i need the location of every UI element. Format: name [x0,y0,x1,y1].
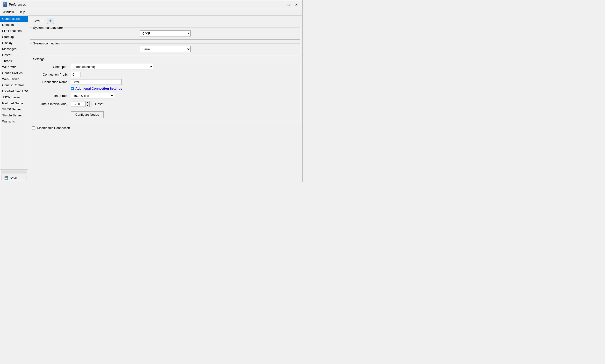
sidebar-item-config-profiles[interactable]: Config Profiles [0,70,28,76]
settings-fieldset: Settings Serial port: (none selected) CO… [30,57,300,122]
spinner-up-button[interactable]: ▲ [85,101,90,104]
system-connection-row: Serial USB Network Simulator [32,46,298,52]
content-area: Connections Defaults File Locations Star… [0,16,302,182]
sidebar-item-json-server[interactable]: JSON Server [0,94,28,100]
sidebar-item-railroad-name[interactable]: Railroad Name [0,100,28,106]
output-interval-label: Output Interval (ms): [32,102,71,106]
connection-prefix-label: Connection Prefix: [32,73,71,76]
configure-nodes-button[interactable]: Configure Nodes [71,111,104,118]
system-connection-select[interactable]: Serial USB Network Simulator [140,46,191,52]
sidebar-item-simple-server[interactable]: Simple Server [0,112,28,118]
system-manufacturer-select[interactable]: C/MRI DCC++ LocoNet NCE XpressNet [140,30,191,37]
sidebar-item-connections[interactable]: Connections [0,16,28,22]
system-connection-legend: System connection [32,41,61,45]
menu-bar: Window Help [0,9,302,16]
tab-cmri[interactable]: C/MRI [30,18,46,24]
maximize-button[interactable]: □ [285,2,292,7]
menu-help[interactable]: Help [16,9,27,15]
sidebar-item-start-up[interactable]: Start Up [0,34,28,40]
connection-prefix-row: Connection Prefix: [32,72,298,77]
sidebar-item-messages[interactable]: Messages [0,46,28,52]
system-manufacturer-fieldset: System manufacturer C/MRI DCC++ LocoNet … [30,26,300,39]
configure-nodes-row: Configure Nodes [71,110,298,118]
additional-connection-row: Additional Connection Settings [71,87,298,90]
sidebar-item-defaults[interactable]: Defaults [0,22,28,28]
main-panel: C/MRI + System manufacturer C/MRI DCC++ … [28,16,302,182]
connection-name-input[interactable] [71,79,121,85]
system-manufacturer-legend: System manufacturer [32,26,64,29]
additional-connection-link[interactable]: Additional Connection Settings [75,87,122,90]
sidebar-scrollbar [0,169,28,174]
baud-rate-select[interactable]: 1,200 bps 2,400 bps 4,800 bps 9,600 bps … [71,93,114,99]
horizontal-scrollbar[interactable] [1,170,27,173]
serial-port-row: Serial port: (none selected) COM1 COM2 C… [32,64,298,70]
serial-port-label: Serial port: [32,65,71,69]
sidebar-item-throttle[interactable]: Throttle [0,58,28,64]
sidebar-item-srcp-server[interactable]: SRCP Server [0,106,28,112]
sidebar-item-consist-control[interactable]: Consist Control [0,82,28,88]
connection-name-label: Connection Name: [32,80,71,84]
settings-content: Serial port: (none selected) COM1 COM2 C… [32,62,298,120]
spinner-down-button[interactable]: ▼ [85,104,90,107]
connection-name-row: Connection Name: [32,79,298,85]
output-interval-spinner: ▲ ▼ [71,101,90,107]
sidebar: Connections Defaults File Locations Star… [0,16,28,182]
sidebar-item-warrants[interactable]: Warrants [0,118,28,124]
close-button[interactable]: ✕ [293,2,300,7]
output-interval-row: Output Interval (ms): ▲ ▼ Reset [32,101,298,107]
serial-port-select[interactable]: (none selected) COM1 COM2 COM3 [71,64,153,70]
sidebar-item-roster[interactable]: Roster [0,52,28,58]
sidebar-footer: 💾 Save [0,174,28,182]
window-controls: — □ ✕ [278,2,300,7]
title-bar-left: 🚂 Preferences [3,2,26,7]
settings-legend: Settings [32,57,45,61]
sidebar-item-web-server[interactable]: Web Server [0,76,28,82]
baud-rate-label: Baud rate: [32,94,71,98]
preferences-window: 🚂 Preferences — □ ✕ Window Help Connecti… [0,0,302,182]
bottom-bar: Disable this Connection [30,124,300,132]
menu-window[interactable]: Window [0,9,16,15]
save-label: Save [10,176,17,180]
title-bar: 🚂 Preferences — □ ✕ [0,0,302,9]
connection-prefix-input[interactable] [71,72,80,77]
system-manufacturer-row: C/MRI DCC++ LocoNet NCE XpressNet [32,30,298,37]
output-interval-input[interactable] [71,101,85,107]
sidebar-item-display[interactable]: Display [0,40,28,46]
additional-connection-checkbox[interactable] [71,87,74,90]
sidebar-item-loconet-tcp[interactable]: LocoNet over TCP Server [0,88,28,94]
app-icon: 🚂 [3,2,7,7]
reset-button[interactable]: Reset [92,101,107,107]
baud-rate-row: Baud rate: 1,200 bps 2,400 bps 4,800 bps… [32,93,298,99]
sidebar-item-file-locations[interactable]: File Locations [0,28,28,34]
minimize-button[interactable]: — [278,2,284,7]
save-button[interactable]: 💾 Save [1,175,27,181]
disable-connection-label: Disable this Connection [37,126,70,130]
disable-connection-checkbox[interactable] [32,126,35,130]
save-icon: 💾 [4,176,8,180]
spinner-buttons: ▲ ▼ [85,101,90,107]
add-tab-button[interactable]: + [47,18,54,24]
window-title: Preferences [9,3,26,6]
sidebar-item-withrottle[interactable]: WiThrottle [0,64,28,70]
tabs-row: C/MRI + [30,18,300,24]
system-connection-fieldset: System connection Serial USB Network Sim… [30,41,300,55]
sidebar-list: Connections Defaults File Locations Star… [0,16,28,169]
